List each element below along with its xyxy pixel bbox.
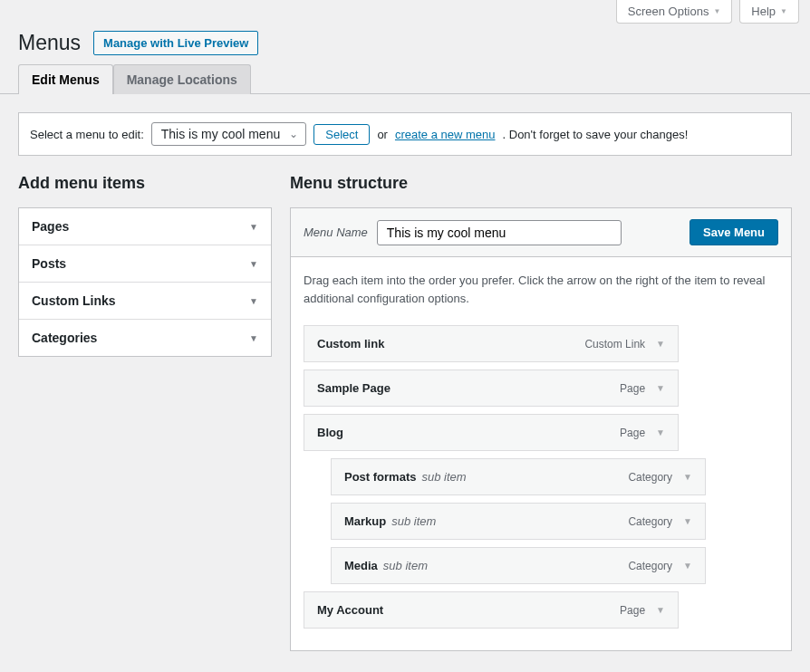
caret-down-icon: ▼ <box>249 333 258 343</box>
menu-item-title: Markupsub item <box>344 514 436 528</box>
save-reminder: . Don't forget to save your changes! <box>503 128 689 141</box>
structure-header: Menu Name Save Menu <box>291 208 791 257</box>
tab-edit-menus[interactable]: Edit Menus <box>18 64 113 94</box>
menu-item-title: Mediasub item <box>344 559 428 572</box>
accordion-item-custom-links[interactable]: Custom Links▼ <box>19 283 271 320</box>
accordion: Pages▼Posts▼Custom Links▼Categories▼ <box>18 207 272 357</box>
tabs: Edit Menus Manage Locations <box>0 64 810 94</box>
screen-options-label: Screen Options <box>628 5 709 18</box>
menu-item-meta: Category▼ <box>628 515 692 528</box>
accordion-item-posts[interactable]: Posts▼ <box>19 245 271 283</box>
sub-item-label: sub item <box>421 470 466 484</box>
menu-item-title: My Account <box>317 603 383 617</box>
menu-item[interactable]: Custom linkCustom Link▼ <box>304 325 679 362</box>
menu-item-title-text: Sample Page <box>317 381 391 395</box>
caret-down-icon[interactable]: ▼ <box>656 339 665 349</box>
select-menu-label: Select a menu to edit: <box>30 128 144 141</box>
accordion-label: Posts <box>32 256 66 271</box>
caret-down-icon[interactable]: ▼ <box>656 427 665 437</box>
menu-item-title: Blog <box>317 426 343 439</box>
tab-manage-locations[interactable]: Manage Locations <box>113 64 251 94</box>
add-items-heading: Add menu items <box>18 174 272 193</box>
menu-name-input[interactable] <box>377 220 622 245</box>
sub-item-label: sub item <box>383 559 428 572</box>
menu-item-type: Category <box>628 515 672 528</box>
page-title: Menus <box>18 31 81 55</box>
live-preview-button[interactable]: Manage with Live Preview <box>93 31 258 55</box>
help-label: Help <box>751 5 776 18</box>
menu-item-type: Custom Link <box>584 338 645 350</box>
caret-down-icon[interactable]: ▼ <box>683 561 692 571</box>
caret-down-icon[interactable]: ▼ <box>683 516 692 526</box>
accordion-item-categories[interactable]: Categories▼ <box>19 320 271 356</box>
chevron-down-icon: ▼ <box>780 7 787 15</box>
menu-item[interactable]: Markupsub itemCategory▼ <box>331 503 706 540</box>
help-button[interactable]: Help ▼ <box>739 0 799 24</box>
accordion-label: Pages <box>32 219 69 234</box>
menu-item-title-text: Media <box>344 559 378 572</box>
main-content: Add menu items Pages▼Posts▼Custom Links▼… <box>0 174 810 651</box>
menu-item-meta: Page▼ <box>620 382 665 395</box>
menu-item[interactable]: Post formatssub itemCategory▼ <box>331 458 706 495</box>
menu-name-label: Menu Name <box>304 226 368 239</box>
save-menu-button[interactable]: Save Menu <box>689 219 778 245</box>
structure-body: Drag each item into the order you prefer… <box>291 257 791 650</box>
menu-name-group: Menu Name <box>304 220 622 245</box>
top-bar: Screen Options ▼ Help ▼ <box>0 0 810 24</box>
page-header: Menus Manage with Live Preview <box>0 24 810 64</box>
menu-item[interactable]: My AccountPage▼ <box>304 591 679 629</box>
accordion-item-pages[interactable]: Pages▼ <box>19 208 271 245</box>
menu-item-meta: Category▼ <box>628 471 692 484</box>
menu-item-title: Custom link <box>317 337 384 350</box>
menu-item-type: Category <box>628 471 672 484</box>
menu-item[interactable]: BlogPage▼ <box>304 414 679 451</box>
menu-dropdown-value: This is my cool menu <box>161 127 280 141</box>
menu-item-type: Category <box>628 560 672 572</box>
sub-item-label: sub item <box>391 514 436 528</box>
menu-items-list: Custom linkCustom Link▼Sample PagePage▼B… <box>304 325 778 629</box>
menu-item-title-text: Markup <box>344 514 386 528</box>
menu-item-title-text: Post formats <box>344 470 416 484</box>
menu-select-bar: Select a menu to edit: This is my cool m… <box>18 112 792 156</box>
select-button[interactable]: Select <box>313 124 370 145</box>
menu-item-type: Page <box>620 427 645 439</box>
add-items-panel: Add menu items Pages▼Posts▼Custom Links▼… <box>18 174 272 651</box>
menu-item-type: Page <box>620 604 645 617</box>
screen-options-button[interactable]: Screen Options ▼ <box>616 0 733 24</box>
caret-down-icon: ▼ <box>249 259 258 269</box>
chevron-down-icon: ⌄ <box>289 128 298 140</box>
menu-item[interactable]: Mediasub itemCategory▼ <box>331 547 706 584</box>
menu-item-title: Sample Page <box>317 381 391 395</box>
structure-heading: Menu structure <box>290 174 792 193</box>
menu-item-title-text: Custom link <box>317 337 384 350</box>
chevron-down-icon: ▼ <box>713 7 720 15</box>
structure-box: Menu Name Save Menu Drag each item into … <box>290 207 792 651</box>
or-text: or <box>377 128 388 141</box>
instructions-text: Drag each item into the order you prefer… <box>304 272 778 307</box>
menu-item-meta: Page▼ <box>620 427 665 439</box>
caret-down-icon[interactable]: ▼ <box>683 472 692 482</box>
accordion-label: Categories <box>32 331 97 345</box>
caret-down-icon: ▼ <box>249 296 258 306</box>
caret-down-icon[interactable]: ▼ <box>656 605 665 615</box>
create-menu-link[interactable]: create a new menu <box>395 128 496 141</box>
menu-item-meta: Custom Link▼ <box>584 338 665 350</box>
menu-item[interactable]: Sample PagePage▼ <box>304 370 679 407</box>
menu-item-title-text: Blog <box>317 426 343 439</box>
accordion-label: Custom Links <box>32 293 116 308</box>
menu-structure-panel: Menu structure Menu Name Save Menu Drag … <box>290 174 792 651</box>
menu-item-title: Post formatssub item <box>344 470 467 484</box>
menu-dropdown[interactable]: This is my cool menu ⌄ <box>151 122 306 146</box>
menu-item-title-text: My Account <box>317 603 383 617</box>
menu-item-type: Page <box>620 382 645 395</box>
caret-down-icon: ▼ <box>249 222 258 232</box>
caret-down-icon[interactable]: ▼ <box>656 383 665 393</box>
menu-item-meta: Category▼ <box>628 560 692 572</box>
menu-item-meta: Page▼ <box>620 604 665 617</box>
